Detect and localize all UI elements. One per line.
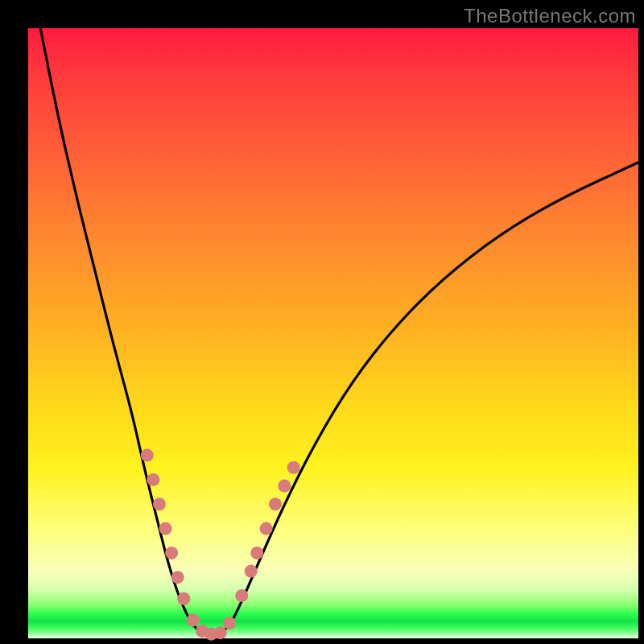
highlight-dot (250, 547, 263, 559)
bottleneck-curve-path (40, 28, 638, 635)
highlight-dot (187, 613, 200, 626)
chart-frame: TheBottleneck.com (0, 0, 644, 644)
bottleneck-curve (40, 28, 638, 635)
highlight-dot (141, 449, 154, 462)
highlight-dot (235, 589, 248, 602)
highlight-dot (214, 626, 227, 639)
highlight-dot (260, 522, 273, 535)
highlight-dot (153, 497, 166, 510)
curve-layer (0, 0, 644, 644)
highlight-dot (269, 497, 282, 510)
highlight-dot (278, 480, 291, 493)
highlight-dot (245, 565, 258, 578)
highlight-dot (177, 592, 190, 605)
highlight-dot (223, 617, 236, 630)
highlight-dot (287, 461, 300, 474)
highlight-dot (147, 473, 159, 486)
highlight-dot (159, 522, 172, 535)
highlight-dot (165, 547, 178, 559)
highlight-dot (171, 571, 184, 584)
